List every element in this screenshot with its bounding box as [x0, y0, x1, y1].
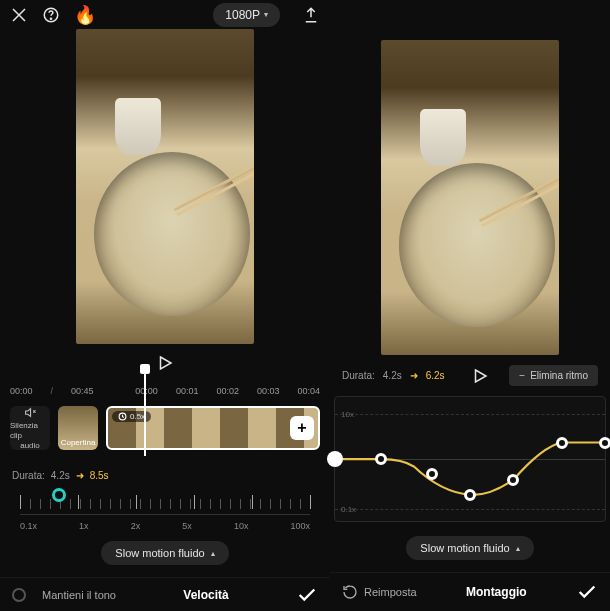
tab-velocita[interactable]: Velocità [183, 588, 228, 602]
ruler-mark: 00:04 [297, 386, 320, 396]
minus-icon: − [519, 370, 525, 381]
reset-label: Reimposta [364, 586, 417, 598]
play-icon[interactable] [471, 367, 489, 385]
mute-label: Silenzia clip [10, 421, 50, 440]
preview-area-left [0, 29, 330, 344]
graph-node[interactable] [507, 474, 519, 486]
tab-montaggio[interactable]: Montaggio [466, 585, 527, 599]
duration-new: 6.2s [426, 370, 445, 381]
time-total: 00:45 [71, 386, 94, 396]
time-ruler: 00:00 / 00:45 00:00 00:01 00:02 00:03 00… [0, 378, 330, 402]
close-icon[interactable] [10, 6, 28, 24]
smooth-label: Slow motion fluido [115, 547, 204, 559]
graph-node[interactable] [375, 453, 387, 465]
delete-rhythm-label: Elimina ritmo [530, 370, 588, 381]
info-row-right: Durata: 4.2s ➜ 6.2s − Elimina ritmo [330, 355, 610, 392]
speed-scale[interactable]: 0.1x 1x 2x 5x 10x 100x [0, 483, 330, 535]
mute-label: audio [20, 441, 40, 451]
playhead[interactable] [144, 368, 146, 456]
flame-icon[interactable]: 🔥 [74, 4, 96, 26]
speed-label: 0.1x [20, 521, 37, 531]
ruler-mark: 00:02 [216, 386, 239, 396]
graph-node[interactable] [464, 489, 476, 501]
speed-label: 1x [79, 521, 89, 531]
play-icon[interactable] [156, 354, 174, 372]
graph-node[interactable] [599, 437, 610, 449]
speed-labels: 0.1x 1x 2x 5x 10x 100x [20, 515, 310, 531]
cover-label: Copertina [61, 438, 96, 447]
resolution-value: 1080P [225, 8, 260, 22]
ruler-mark: 00:01 [176, 386, 199, 396]
top-bar: 🔥 1080P [0, 0, 330, 29]
speed-label: 100x [290, 521, 310, 531]
time-current: 00:00 [10, 386, 33, 396]
mute-audio-button[interactable]: Silenzia clip audio [10, 406, 50, 450]
confirm-icon[interactable] [576, 581, 598, 603]
duration-old: 4.2s [383, 370, 402, 381]
bottom-bar-right: Reimposta Montaggio [330, 572, 610, 611]
delete-rhythm-button[interactable]: − Elimina ritmo [509, 365, 598, 386]
speed-label: 2x [131, 521, 141, 531]
help-icon[interactable] [42, 6, 60, 24]
graph-node[interactable] [556, 437, 568, 449]
reset-button[interactable]: Reimposta [342, 584, 417, 600]
keep-tone-label: Mantieni il tono [42, 589, 116, 601]
speed-graph[interactable]: 10x 0.1x [334, 396, 606, 522]
video-preview-left[interactable] [76, 29, 254, 344]
left-panel: 🔥 1080P 00:00 / 00:45 00:00 00:01 00:02 … [0, 0, 330, 611]
speed-label: 5x [182, 521, 192, 531]
arrow-icon: ➜ [76, 470, 84, 481]
arrow-icon: ➜ [410, 370, 418, 381]
duration-label: Durata: [342, 370, 375, 381]
svg-point-1 [50, 18, 51, 19]
duration-label: Durata: [12, 470, 45, 481]
smooth-motion-select-left[interactable]: Slow motion fluido [101, 541, 228, 565]
video-preview-right[interactable] [381, 40, 559, 355]
smooth-label: Slow motion fluido [420, 542, 509, 554]
duration-bar-left: Durata: 4.2s ➜ 8.5s [0, 460, 330, 483]
graph-node[interactable] [426, 468, 438, 480]
add-clip-button[interactable]: + [290, 416, 314, 440]
speed-label: 10x [234, 521, 249, 531]
preview-area-right [330, 0, 610, 355]
keep-tone-toggle[interactable] [12, 588, 26, 602]
ruler-mark: 00:03 [257, 386, 280, 396]
export-icon[interactable] [302, 6, 320, 24]
duration-old: 4.2s [51, 470, 70, 481]
confirm-icon[interactable] [296, 584, 318, 606]
resolution-select[interactable]: 1080P [213, 3, 280, 27]
smooth-motion-select-right[interactable]: Slow motion fluido [406, 536, 533, 560]
graph-node[interactable] [327, 451, 343, 467]
ruler-mark: 00:00 [135, 386, 158, 396]
cover-button[interactable]: Copertina [58, 406, 98, 450]
clip-strip[interactable]: 0.5x + [106, 406, 320, 450]
right-panel: Durata: 4.2s ➜ 6.2s − Elimina ritmo 10x … [330, 0, 610, 611]
duration-new: 8.5s [90, 470, 109, 481]
bottom-bar-left: Mantieni il tono Velocità [0, 577, 330, 611]
timeline-row: Silenzia clip audio Copertina 0.5x + [0, 402, 330, 460]
